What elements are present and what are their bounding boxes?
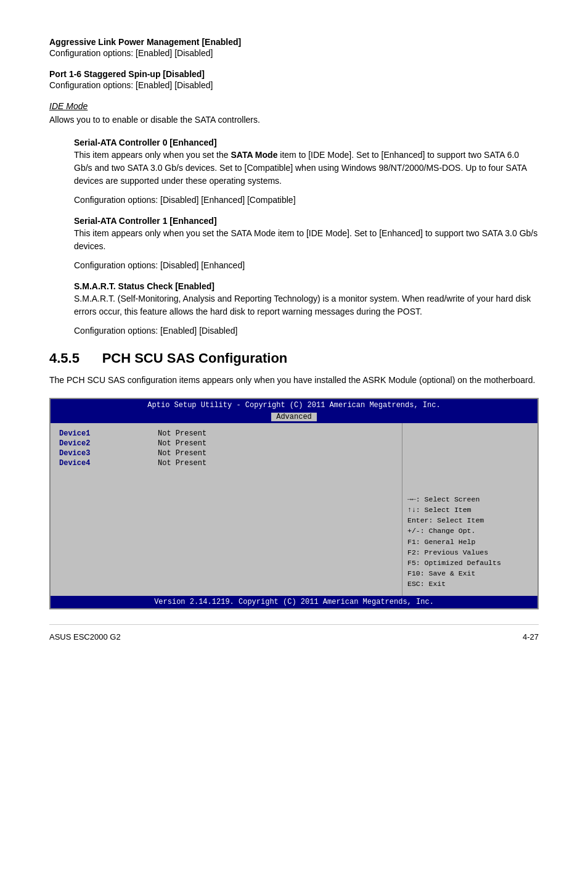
bios-help-select-item: ↑↓: Select Item [407, 505, 533, 515]
serial-ata-0-title: Serial-ATA Controller 0 [Enhanced] [49, 138, 539, 147]
section-smart-status: S.M.A.R.T. Status Check [Enabled] S.M.A.… [49, 281, 539, 336]
bios-device2-label: Device2 [59, 439, 158, 448]
page-divider [49, 624, 539, 625]
bios-device1-value: Not Present [158, 429, 206, 438]
bios-help-enter: Enter: Select Item [407, 516, 533, 526]
bios-help-esc: ESC: Exit [407, 579, 533, 589]
bios-device2-value: Not Present [158, 439, 206, 448]
section-pch-heading: 4.5.5 PCH SCU SAS Configuration The PCH … [49, 350, 539, 387]
serial-ata-1-config: Configuration options: [Disabled] [Enhan… [49, 260, 539, 270]
pch-section-heading: 4.5.5 PCH SCU SAS Configuration [49, 350, 539, 366]
bios-help-f1: F1: General Help [407, 537, 533, 547]
serial-ata-1-body: This item appears only when you set the … [49, 227, 539, 253]
bios-screenshot: Aptio Setup Utility - Copyright (C) 2011… [49, 398, 539, 609]
bios-help-f2: F2: Previous Values [407, 548, 533, 558]
bios-help-f5: F5: Optimized Defaults [407, 558, 533, 568]
footer-page-number: 4-27 [523, 632, 539, 642]
serial-ata-0-config: Configuration options: [Disabled] [Enhan… [49, 195, 539, 205]
aggressive-link-config: Configuration options: [Enabled] [Disabl… [49, 48, 539, 58]
smart-status-title: S.M.A.R.T. Status Check [Enabled] [49, 281, 539, 291]
bios-device4-value: Not Present [158, 459, 206, 468]
bios-content: Device1 Not Present Device2 Not Present … [51, 423, 537, 596]
ide-mode-body: Allows you to to enable or disable the S… [49, 113, 539, 126]
section-aggressive-link: Aggressive Link Power Management [Enable… [49, 37, 539, 58]
bios-header: Aptio Setup Utility - Copyright (C) 2011… [51, 399, 537, 411]
bios-device3-label: Device3 [59, 449, 158, 458]
section-serial-ata-0: Serial-ATA Controller 0 [Enhanced] This … [49, 138, 539, 205]
smart-status-body: S.M.A.R.T. (Self-Monitoring, Analysis an… [49, 292, 539, 318]
bios-device3-value: Not Present [158, 449, 206, 458]
bios-device4-row: Device4 Not Present [59, 459, 393, 468]
bios-main-panel: Device1 Not Present Device2 Not Present … [51, 423, 402, 596]
bios-help-select-screen: →←: Select Screen [407, 495, 533, 505]
pch-section-title: PCH SCU SAS Configuration [102, 350, 288, 366]
section-port-staggered: Port 1-6 Staggered Spin-up [Disabled] Co… [49, 69, 539, 90]
pch-section-number: 4.5.5 [49, 350, 80, 366]
aggressive-link-title: Aggressive Link Power Management [Enable… [49, 37, 539, 47]
section-ide-mode: IDE Mode Allows you to to enable or disa… [49, 101, 539, 126]
bios-sidebar: →←: Select Screen ↑↓: Select Item Enter:… [402, 423, 537, 596]
pch-section-intro: The PCH SCU SAS configuration items appe… [49, 374, 539, 387]
bios-footer: Version 2.14.1219. Copyright (C) 2011 Am… [51, 596, 537, 608]
bios-device3-row: Device3 Not Present [59, 449, 393, 458]
smart-status-config: Configuration options: [Enabled] [Disabl… [49, 326, 539, 336]
bios-help-f10: F10: Save & Exit [407, 569, 533, 579]
ide-mode-title: IDE Mode [49, 101, 539, 111]
bios-device1-label: Device1 [59, 429, 158, 438]
bios-tab-advanced: Advanced [271, 413, 317, 421]
bios-tab-bar: Advanced [51, 411, 537, 423]
serial-ata-0-body: This item appears only when you set the … [49, 149, 539, 188]
serial-ata-1-title: Serial-ATA Controller 1 [Enhanced] [49, 216, 539, 226]
port-staggered-title: Port 1-6 Staggered Spin-up [Disabled] [49, 69, 539, 79]
bios-device4-label: Device4 [59, 459, 158, 468]
page: Aggressive Link Power Management [Enable… [0, 0, 588, 679]
footer-product: ASUS ESC2000 G2 [49, 632, 121, 642]
bios-device2-row: Device2 Not Present [59, 439, 393, 448]
bios-device1-row: Device1 Not Present [59, 429, 393, 438]
page-footer: ASUS ESC2000 G2 4-27 [49, 632, 539, 642]
bios-help-change-opt: +/-: Change Opt. [407, 526, 533, 536]
section-serial-ata-1: Serial-ATA Controller 1 [Enhanced] This … [49, 216, 539, 270]
port-staggered-config: Configuration options: [Enabled] [Disabl… [49, 80, 539, 90]
